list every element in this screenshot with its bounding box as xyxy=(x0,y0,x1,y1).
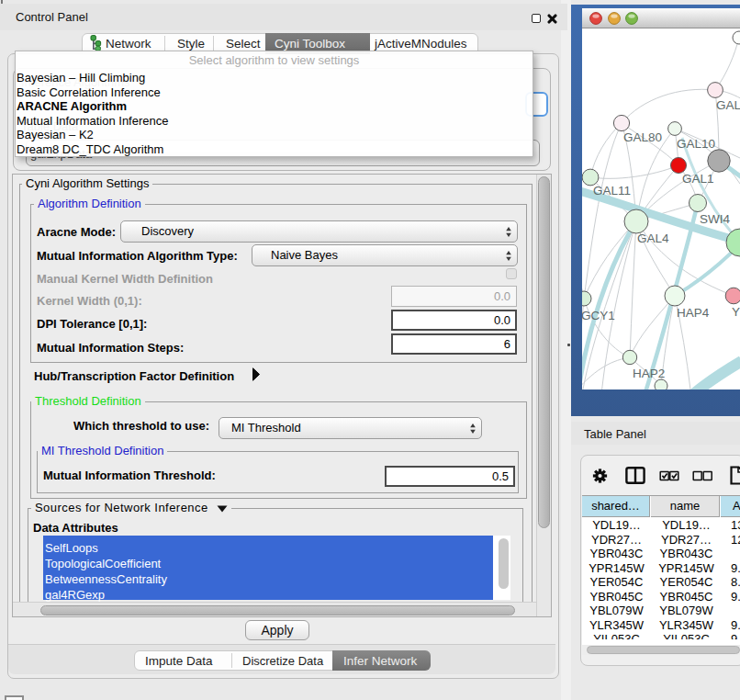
svg-text:SWI4: SWI4 xyxy=(700,212,730,226)
svg-text:HAP4: HAP4 xyxy=(677,306,710,320)
svg-text:GAL1: GAL1 xyxy=(682,172,714,186)
svg-text:GAL7: GAL7 xyxy=(716,98,740,112)
svg-text:GCY1: GCY1 xyxy=(582,309,615,322)
svg-text:GAL10: GAL10 xyxy=(677,137,715,151)
svg-text:Y: Y xyxy=(732,305,740,319)
svg-text:GAL80: GAL80 xyxy=(623,130,662,144)
svg-text:HAP2: HAP2 xyxy=(633,367,665,380)
svg-text:GAL11: GAL11 xyxy=(593,184,631,198)
svg-text:GAL4: GAL4 xyxy=(637,231,669,245)
